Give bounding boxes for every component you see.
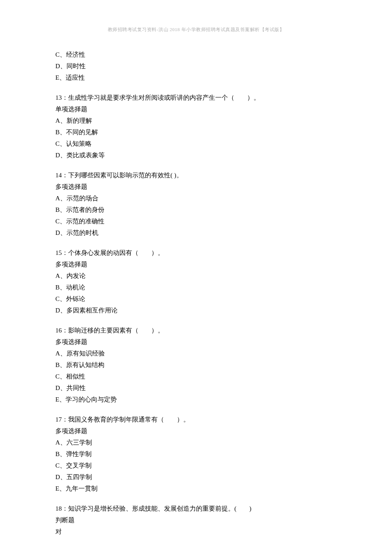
q17-type: 多项选择题 bbox=[55, 425, 337, 437]
q16-option-a: A、原有知识经验 bbox=[55, 348, 337, 359]
q12-option-e: E、适应性 bbox=[55, 72, 337, 84]
question-17: 17：我国义务教育的学制年限通常有（ ）。 多项选择题 A、六三学制 B、弹性学… bbox=[55, 414, 337, 494]
question-13: 13：生成性学习就是要求学生对所阅读或听讲的内容产生一个（ ）。 单项选择题 A… bbox=[55, 92, 337, 161]
page-header-title: 教师招聘考试复习资料-洪山 2018 年小学教师招聘考试真题及答案解析【考试版】 bbox=[55, 26, 337, 34]
q13-option-a: A、新的理解 bbox=[55, 115, 337, 127]
q14-option-c: C、示范的准确性 bbox=[55, 216, 337, 227]
question-14: 14：下列哪些因素可以影响示范的有效性( )。 多项选择题 A、示范的场合 B、… bbox=[55, 170, 337, 239]
q14-option-a: A、示范的场合 bbox=[55, 193, 337, 204]
q13-option-d: D、类比或表象等 bbox=[55, 150, 337, 161]
q18-type: 判断题 bbox=[55, 515, 337, 526]
question-12-partial: C、经济性 D、同时性 E、适应性 bbox=[55, 49, 337, 84]
q16-option-b: B、原有认知结构 bbox=[55, 359, 337, 371]
question-15: 15：个体身心发展的动因有（ ）。 多项选择题 A、内发论 B、动机论 C、外铄… bbox=[55, 247, 337, 316]
q14-option-d: D、示范的时机 bbox=[55, 227, 337, 239]
q15-option-d: D、多因素相互作用论 bbox=[55, 305, 337, 316]
q15-option-c: C、外铄论 bbox=[55, 293, 337, 305]
q17-option-b: B、弹性学制 bbox=[55, 448, 337, 460]
q14-text: 14：下列哪些因素可以影响示范的有效性( )。 bbox=[55, 170, 337, 181]
q13-text: 13：生成性学习就是要求学生对所阅读或听讲的内容产生一个（ ）。 bbox=[55, 92, 337, 104]
q17-text: 17：我国义务教育的学制年限通常有（ ）。 bbox=[55, 414, 337, 425]
q17-option-d: D、五四学制 bbox=[55, 471, 337, 483]
q13-option-b: B、不同的见解 bbox=[55, 127, 337, 138]
q15-option-a: A、内发论 bbox=[55, 270, 337, 282]
q18-text: 18：知识学习是增长经验、形成技能、发展创造力的重要前提。( ) bbox=[55, 503, 337, 515]
q16-text: 16：影响迁移的主要因素有（ ）。 bbox=[55, 325, 337, 336]
q14-type: 多项选择题 bbox=[55, 181, 337, 193]
q12-option-c: C、经济性 bbox=[55, 49, 337, 61]
q12-option-d: D、同时性 bbox=[55, 61, 337, 72]
q17-option-a: A、六三学制 bbox=[55, 437, 337, 448]
q16-option-e: E、学习的心向与定势 bbox=[55, 394, 337, 405]
page-number: 3 / 14 bbox=[55, 552, 337, 555]
q17-option-c: C、交叉学制 bbox=[55, 460, 337, 471]
q16-type: 多项选择题 bbox=[55, 336, 337, 348]
q13-option-c: C、认知策略 bbox=[55, 138, 337, 150]
q15-text: 15：个体身心发展的动因有（ ）。 bbox=[55, 247, 337, 259]
q15-option-b: B、动机论 bbox=[55, 282, 337, 293]
q17-option-e: E、九年一贯制 bbox=[55, 483, 337, 494]
q18-option-a: 对 bbox=[55, 526, 337, 538]
question-16: 16：影响迁移的主要因素有（ ）。 多项选择题 A、原有知识经验 B、原有认知结… bbox=[55, 325, 337, 405]
question-18: 18：知识学习是增长经验、形成技能、发展创造力的重要前提。( ) 判断题 对 bbox=[55, 503, 337, 538]
q16-option-d: D、共同性 bbox=[55, 382, 337, 394]
q16-option-c: C、相似性 bbox=[55, 371, 337, 382]
q13-type: 单项选择题 bbox=[55, 104, 337, 115]
q14-option-b: B、示范者的身份 bbox=[55, 204, 337, 216]
q15-type: 多项选择题 bbox=[55, 259, 337, 270]
